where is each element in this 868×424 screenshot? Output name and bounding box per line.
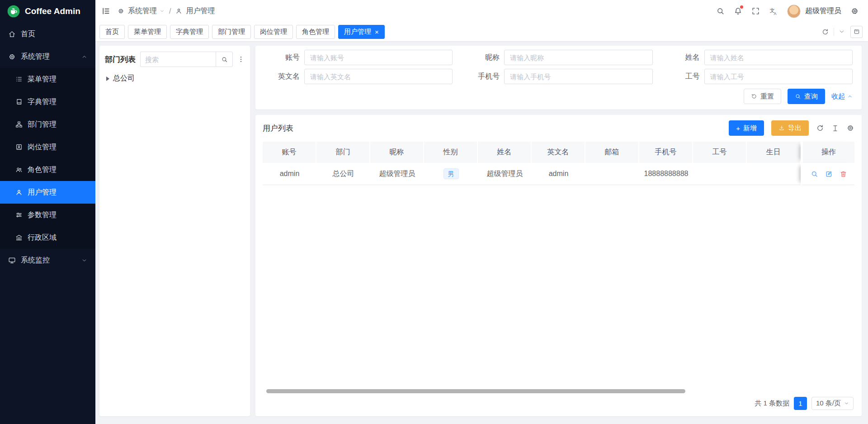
tabs-refresh-icon[interactable] bbox=[821, 28, 829, 36]
add-button-label: 新增 bbox=[743, 124, 757, 133]
sidebar: Coffee Admin 首页 系统管理 bbox=[0, 0, 95, 424]
settings-gear-icon[interactable] bbox=[850, 7, 859, 15]
table-toolbar: + 新增 导出 bbox=[729, 120, 854, 136]
col-account[interactable]: 账号 bbox=[263, 142, 316, 163]
collapse-filters-link[interactable]: 收起 bbox=[831, 92, 853, 101]
tab-post-mgmt[interactable]: 岗位管理 bbox=[254, 25, 293, 39]
filter-buttons: 重置 查询 收起 bbox=[264, 89, 853, 104]
edit-user-icon[interactable] bbox=[825, 170, 833, 178]
sidebar-item-system-mgmt[interactable]: 系统管理 bbox=[0, 45, 95, 68]
tab-dept-mgmt[interactable]: 部门管理 bbox=[212, 25, 251, 39]
caret-right-icon[interactable] bbox=[106, 76, 109, 81]
scrollbar-thumb[interactable] bbox=[266, 389, 685, 393]
sidebar-item-dept-mgmt[interactable]: 部门管理 bbox=[0, 113, 95, 136]
book-icon bbox=[15, 98, 23, 105]
phone-input[interactable] bbox=[504, 69, 652, 84]
monitor-icon bbox=[8, 257, 16, 264]
list-icon bbox=[15, 76, 23, 83]
sidebar-item-post-mgmt[interactable]: 岗位管理 bbox=[0, 136, 95, 158]
people-icon bbox=[15, 166, 23, 173]
right-column: 账号 昵称 姓名 英文名 bbox=[255, 46, 862, 416]
col-nickname[interactable]: 昵称 bbox=[370, 142, 424, 163]
dept-search-button[interactable] bbox=[216, 52, 233, 67]
sidebar-item-menu-mgmt[interactable]: 菜单管理 bbox=[0, 68, 95, 91]
col-job-no[interactable]: 工号 bbox=[693, 142, 747, 163]
tab-tools bbox=[821, 26, 863, 38]
tab-role-mgmt[interactable]: 角色管理 bbox=[296, 25, 335, 39]
current-user-name[interactable]: 超级管理员 bbox=[805, 6, 841, 16]
tabbar: 首页 菜单管理 字典管理 部门管理 岗位管理 角色管理 用户管理 × bbox=[95, 22, 868, 41]
tab-label: 字典管理 bbox=[176, 28, 203, 36]
pagination: 共 1 条数据 1 10 条/页 bbox=[263, 396, 854, 413]
job-no-input[interactable] bbox=[704, 69, 853, 84]
tree-node-label: 总公司 bbox=[113, 74, 135, 83]
content-area: 部门列表 总公司 bbox=[95, 41, 868, 424]
col-birthday[interactable]: 生日 bbox=[747, 142, 801, 163]
view-user-icon[interactable] bbox=[811, 170, 818, 178]
col-gender[interactable]: 性别 bbox=[424, 142, 478, 163]
dept-search-input[interactable] bbox=[140, 52, 216, 67]
close-icon[interactable]: × bbox=[375, 29, 379, 35]
sidebar-item-role-mgmt[interactable]: 角色管理 bbox=[0, 158, 95, 181]
account-input[interactable] bbox=[304, 50, 453, 65]
english-name-input[interactable] bbox=[304, 69, 453, 84]
svg-text:A: A bbox=[774, 11, 777, 16]
content-fullscreen-icon[interactable] bbox=[850, 26, 863, 38]
page-size-select[interactable]: 10 条/页 bbox=[811, 397, 854, 410]
cell-job-no bbox=[693, 163, 747, 185]
breadcrumb-separator: / bbox=[169, 7, 171, 15]
nickname-input[interactable] bbox=[504, 50, 652, 65]
breadcrumb-level1[interactable]: 系统管理 bbox=[128, 6, 157, 16]
brand[interactable]: Coffee Admin bbox=[0, 0, 95, 23]
col-name[interactable]: 姓名 bbox=[478, 142, 532, 163]
delete-user-icon[interactable] bbox=[840, 170, 847, 178]
field-label: 账号 bbox=[264, 53, 300, 62]
cell-name: 超级管理员 bbox=[478, 163, 532, 185]
fullscreen-icon[interactable] bbox=[751, 7, 760, 15]
home-icon bbox=[8, 30, 16, 38]
page-button-1[interactable]: 1 bbox=[794, 397, 807, 410]
sidebar-item-home[interactable]: 首页 bbox=[0, 23, 95, 45]
sidebar-item-label: 部门管理 bbox=[28, 120, 57, 129]
chevron-down-icon[interactable] bbox=[160, 9, 165, 14]
tabs-dropdown-icon[interactable] bbox=[839, 29, 845, 35]
table-size-icon[interactable] bbox=[831, 124, 839, 132]
col-phone[interactable]: 手机号 bbox=[639, 142, 693, 163]
tab-dict-mgmt[interactable]: 字典管理 bbox=[170, 25, 209, 39]
column-settings-gear-icon[interactable] bbox=[846, 124, 854, 132]
table-row[interactable]: admin 总公司 超级管理员 男 超级管理员 admin 1888888888… bbox=[263, 163, 854, 185]
export-button[interactable]: 导出 bbox=[771, 120, 809, 136]
tab-menu-mgmt[interactable]: 菜单管理 bbox=[128, 25, 167, 39]
id-badge-icon bbox=[15, 143, 23, 151]
tree-node-root[interactable]: 总公司 bbox=[105, 74, 245, 83]
cell-english-name: admin bbox=[532, 163, 585, 185]
col-english-name[interactable]: 英文名 bbox=[532, 142, 585, 163]
more-options-icon[interactable] bbox=[237, 56, 245, 63]
download-icon bbox=[778, 125, 785, 131]
add-user-button[interactable]: + 新增 bbox=[729, 120, 764, 136]
search-icon[interactable] bbox=[716, 7, 725, 15]
tab-user-mgmt[interactable]: 用户管理 × bbox=[338, 25, 385, 39]
field-account: 账号 bbox=[264, 50, 453, 65]
name-input[interactable] bbox=[704, 50, 853, 65]
sidebar-item-user-mgmt[interactable]: 用户管理 bbox=[0, 181, 95, 204]
field-name: 姓名 bbox=[665, 50, 853, 65]
cell-account: admin bbox=[263, 163, 316, 185]
col-email[interactable]: 邮箱 bbox=[585, 142, 639, 163]
cell-actions bbox=[801, 163, 854, 185]
col-dept[interactable]: 部门 bbox=[316, 142, 370, 163]
sidebar-item-dict-mgmt[interactable]: 字典管理 bbox=[0, 91, 95, 113]
sidebar-item-admin-region[interactable]: 行政区域 bbox=[0, 226, 95, 249]
collapse-sidebar-icon[interactable] bbox=[102, 7, 110, 15]
query-button[interactable]: 查询 bbox=[788, 89, 825, 104]
reset-button[interactable]: 重置 bbox=[744, 89, 781, 104]
translate-icon[interactable]: 文A bbox=[769, 7, 778, 16]
sidebar-item-param-mgmt[interactable]: 参数管理 bbox=[0, 204, 95, 226]
avatar[interactable] bbox=[787, 5, 801, 18]
tab-home[interactable]: 首页 bbox=[99, 25, 125, 39]
chevron-up-icon bbox=[847, 94, 853, 99]
sidebar-item-label: 行政区域 bbox=[28, 233, 57, 243]
table-refresh-icon[interactable] bbox=[816, 124, 824, 132]
bell-icon[interactable] bbox=[734, 7, 742, 15]
sidebar-item-system-monitor[interactable]: 系统监控 bbox=[0, 249, 95, 272]
